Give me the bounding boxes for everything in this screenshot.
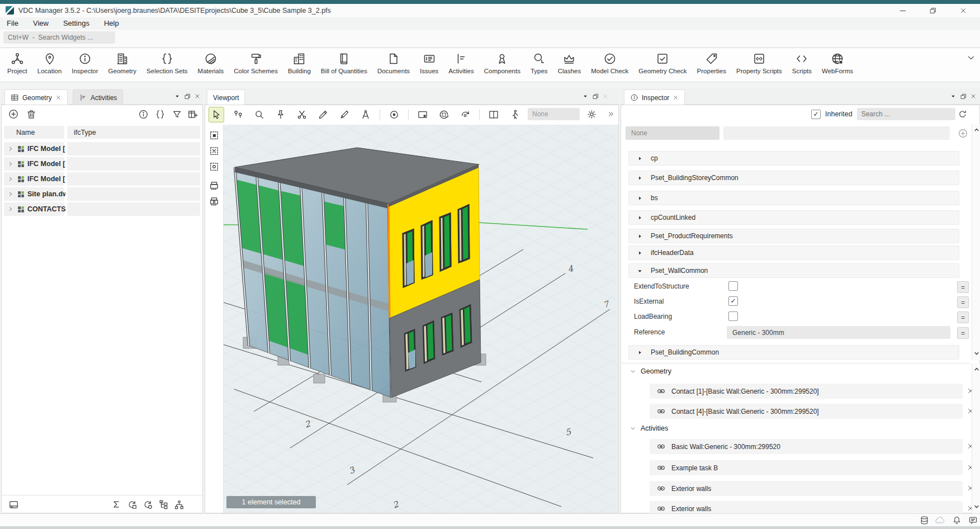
inherited-checkbox[interactable]: ✓ <box>811 110 821 119</box>
pset-group-row-expanded[interactable]: Pset_WallCommon <box>628 263 959 278</box>
property-type-dropdown[interactable]: None <box>626 126 719 140</box>
reference-value-field[interactable]: Generic - 300mm <box>727 326 950 339</box>
toolbar-properties-button[interactable]: Properties <box>692 52 731 74</box>
camera-view-button[interactable] <box>415 107 430 122</box>
toolbar-inspector-button[interactable]: Inspector <box>67 52 103 74</box>
toolbar-issues-button[interactable]: Issues <box>415 52 443 74</box>
notifications-button[interactable] <box>949 514 964 526</box>
menu-settings[interactable]: Settings <box>59 18 94 29</box>
visibility-tool-button[interactable] <box>387 107 401 122</box>
activity-link-row[interactable]: Example task B <box>650 460 963 475</box>
select-area-button[interactable] <box>207 128 221 143</box>
screenshot-button[interactable] <box>207 178 221 193</box>
toolbar-components-button[interactable]: Components <box>479 52 525 74</box>
tab-activities[interactable]: Activities <box>73 89 123 105</box>
column-header-ifctype[interactable]: ifcType <box>67 126 200 139</box>
toolbar-location-button[interactable]: Location <box>32 52 67 74</box>
deselect-all-button[interactable] <box>207 144 221 158</box>
panel-float-button[interactable] <box>958 89 968 103</box>
messages-button[interactable] <box>965 514 980 526</box>
activities-section-header[interactable]: Activities <box>629 424 668 432</box>
delete-model-button[interactable] <box>24 107 39 121</box>
tab-inspector[interactable]: Inspector <box>624 89 685 105</box>
panel-close-button[interactable] <box>600 89 610 103</box>
tree-row[interactable]: IFC Model [ <box>2 157 203 171</box>
select-tool-button[interactable] <box>209 107 224 122</box>
isexternal-checkbox[interactable]: ✓ <box>728 296 738 306</box>
properties-scrollbar[interactable] <box>972 124 980 360</box>
tree-row[interactable]: IFC Model [ <box>2 172 203 186</box>
restore-button[interactable] <box>924 4 943 17</box>
inspector-refresh-button[interactable] <box>955 107 970 121</box>
close-button[interactable] <box>954 4 973 17</box>
cloud-status-button[interactable] <box>932 514 947 526</box>
node-structure-button[interactable] <box>172 497 186 512</box>
toolbar-geometry-check-button[interactable]: Geometry Check <box>633 52 692 74</box>
database-status-button[interactable] <box>917 514 931 526</box>
geometry-link-row[interactable]: Contact [1]-[Basic Wall:Generic - 300mm:… <box>650 384 963 399</box>
walk-mode-button[interactable] <box>508 107 522 122</box>
geometry-link-row[interactable]: Contact [4]-[Basic Wall:Generic - 300mm:… <box>650 404 963 419</box>
tree-row[interactable]: Site plan.dw <box>2 187 203 201</box>
zoom-tool-button[interactable] <box>252 107 267 122</box>
measure-tool-button[interactable] <box>231 107 245 122</box>
toolbar-clashes-button[interactable]: Clashes <box>553 52 586 74</box>
loadbearing-checkbox[interactable] <box>728 311 738 321</box>
panel-close-button[interactable] <box>968 89 978 103</box>
expand-chevron-icon[interactable] <box>7 206 14 212</box>
toolbar-selection-sets-button[interactable]: Selection Sets <box>141 52 193 74</box>
expand-chevron-icon[interactable] <box>7 160 14 167</box>
panel-menu-button[interactable] <box>948 89 958 103</box>
tree-row[interactable]: CONTACTS <box>2 202 203 216</box>
widget-search-input[interactable] <box>3 31 115 44</box>
add-model-button[interactable] <box>6 107 21 121</box>
model-info-button[interactable] <box>136 107 150 121</box>
property-value-field[interactable] <box>723 126 950 140</box>
close-tab-icon[interactable] <box>55 95 61 101</box>
pin-tool-button[interactable] <box>273 107 288 122</box>
panel-menu-button[interactable] <box>172 89 182 103</box>
dimension-tool-button[interactable] <box>358 107 373 122</box>
split-view-button[interactable] <box>486 107 501 122</box>
toolbar-materials-button[interactable]: Materials <box>193 52 229 74</box>
tree-structure-button[interactable] <box>156 497 171 512</box>
toolbar-property-scripts-button[interactable]: Property Scripts <box>731 52 787 74</box>
assign-property-button[interactable]: = <box>957 281 969 293</box>
inspector-search-input[interactable] <box>857 108 955 120</box>
assign-property-button[interactable]: = <box>957 327 969 339</box>
toolbar-building-button[interactable]: Building <box>283 52 316 74</box>
pset-group-row[interactable]: bs <box>628 191 959 205</box>
panel-float-button[interactable] <box>590 89 600 103</box>
pset-group-row[interactable]: ifcHeaderData <box>628 245 959 260</box>
geometry-section-header[interactable]: Geometry <box>629 367 671 375</box>
toolbar-expand-button[interactable] <box>964 50 978 65</box>
zoom-to-selection-button[interactable] <box>207 159 221 174</box>
tree-row[interactable]: IFC Model [ <box>2 142 203 155</box>
toolbar-model-check-button[interactable]: Model Check <box>586 52 633 74</box>
markup-tool-button[interactable] <box>337 107 352 122</box>
expand-chevron-icon[interactable] <box>7 145 14 152</box>
close-tab-icon[interactable] <box>673 95 679 101</box>
menu-file[interactable]: File <box>2 18 23 29</box>
model-braces-button[interactable] <box>153 107 167 121</box>
pset-group-row[interactable]: Pset_ProductRequirements <box>628 229 959 243</box>
toolbar-activities-button[interactable]: Activities <box>443 52 479 74</box>
toolbar-color-schemes-button[interactable]: Color Schemes <box>229 52 283 74</box>
tab-viewport[interactable]: Viewport <box>207 89 245 105</box>
sections-scrollbar[interactable] <box>972 363 980 513</box>
toolbar-geometry-button[interactable]: Geometry <box>103 52 142 74</box>
refresh-links-button[interactable] <box>125 497 139 512</box>
toolbar-documents-button[interactable]: Documents <box>372 52 415 74</box>
menu-help[interactable]: Help <box>100 18 124 29</box>
expand-chevron-icon[interactable] <box>7 191 14 197</box>
panel-menu-button[interactable] <box>580 89 590 103</box>
rotate-selection-button[interactable] <box>437 107 451 122</box>
scroll-up-icon[interactable] <box>973 126 980 133</box>
toolbar-overflow-button[interactable] <box>603 107 618 121</box>
export-view-button[interactable] <box>6 497 21 512</box>
toolbar-scripts-button[interactable]: Scripts <box>787 52 817 74</box>
scroll-up-icon[interactable] <box>973 366 980 372</box>
minimize-button[interactable] <box>893 4 912 17</box>
scroll-down-icon[interactable] <box>973 503 980 510</box>
tab-geometry[interactable]: Geometry <box>4 89 68 105</box>
